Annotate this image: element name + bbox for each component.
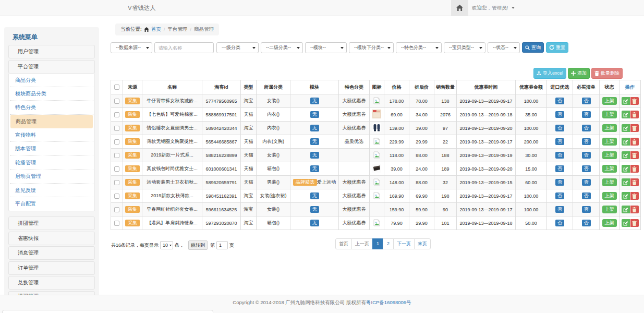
row-checkbox[interactable]: [114, 99, 119, 104]
sidebar-item[interactable]: 宣传物料: [10, 128, 93, 142]
row-checkbox-cell: [111, 203, 123, 216]
module-sub-select[interactable]: --模块下分类--: [349, 42, 394, 53]
sidebar-group-4[interactable]: 省惠快报: [8, 232, 95, 245]
row-checkbox[interactable]: [114, 139, 119, 145]
status-badge: 上架: [602, 192, 617, 200]
jump-button[interactable]: 跳转到: [188, 240, 208, 250]
column-header: 优惠券时间: [457, 80, 516, 94]
sidebar-group-7[interactable]: 兑换管理: [8, 276, 95, 290]
source-cell: 采集: [123, 122, 142, 135]
delete-button[interactable]: [630, 206, 639, 213]
column-header: 销售数量: [434, 80, 457, 94]
import-select-cell: 否: [547, 189, 573, 203]
sidebar-item[interactable]: 意见反馈: [10, 184, 93, 197]
sidebar-item-active[interactable]: 商品管理: [10, 115, 93, 128]
sidebar-group-2[interactable]: 平台管理: [8, 60, 95, 74]
category-cell: 女装(): [257, 203, 290, 216]
edit-icon: [623, 153, 628, 158]
source-badge: 采集: [125, 179, 140, 186]
edit-button[interactable]: [622, 138, 630, 146]
data-source-select[interactable]: --数据来源--: [111, 42, 152, 53]
feature-cell: 大额优惠券: [339, 189, 370, 203]
edit-button[interactable]: [622, 124, 630, 132]
edit-button[interactable]: [622, 219, 630, 227]
user-menu[interactable]: 欢迎您，管理员!: [472, 0, 515, 16]
pager-page-1[interactable]: 1: [372, 238, 383, 249]
row-checkbox[interactable]: [114, 166, 119, 172]
page-size-select[interactable]: 10: [160, 241, 173, 249]
category-cell: 内衣(): [257, 122, 290, 135]
delete-button[interactable]: [630, 178, 639, 186]
edit-button[interactable]: [622, 111, 630, 118]
delete-button[interactable]: [630, 192, 639, 200]
sidebar-item[interactable]: 启动页管理: [10, 170, 93, 183]
column-header: 进口优选: [547, 80, 573, 94]
sidebar-group-3[interactable]: 拼团管理: [8, 216, 95, 230]
discount-cell: 69.90: [409, 189, 434, 203]
feature-category-select[interactable]: --特色分类--: [396, 42, 442, 53]
level1-category-select[interactable]: 一级分类: [216, 42, 259, 53]
nav-home-button[interactable]: [451, 0, 468, 16]
module-select[interactable]: --模块--: [305, 42, 347, 53]
import-excel-button[interactable]: 导入excel: [533, 68, 566, 79]
delete-button[interactable]: [630, 138, 639, 146]
column-header: 图标: [370, 80, 384, 94]
home-icon: [144, 27, 149, 32]
icp-link[interactable]: 粤ICP备16098006号: [366, 299, 411, 305]
delete-button[interactable]: [630, 124, 639, 132]
operation-cell: [619, 122, 641, 135]
sidebar-group-1[interactable]: 用户管理: [8, 45, 95, 58]
sidebar-item[interactable]: 版本管理: [10, 142, 93, 155]
sidebar-item[interactable]: 轮播管理: [10, 156, 93, 170]
edit-button[interactable]: [622, 206, 630, 213]
row-checkbox[interactable]: [114, 194, 119, 199]
row-checkbox[interactable]: [114, 221, 119, 226]
level2-category-select[interactable]: --二级分类--: [261, 42, 303, 53]
row-checkbox[interactable]: [114, 126, 119, 131]
batch-delete-button[interactable]: 批量删除: [591, 68, 623, 79]
edit-button[interactable]: [622, 165, 630, 173]
sidebar-group-6[interactable]: 订单管理: [8, 261, 95, 275]
delete-button[interactable]: [630, 97, 639, 105]
category-cell: 内衣(): [257, 108, 290, 122]
sidebar-group-5[interactable]: 消息管理: [8, 246, 95, 260]
edit-button[interactable]: [622, 151, 630, 159]
coupon-amount-cell: 100.00: [516, 94, 547, 108]
search-button[interactable]: 查询: [522, 42, 544, 53]
delete-button[interactable]: [630, 219, 639, 227]
delete-button[interactable]: [630, 111, 639, 118]
edit-button[interactable]: [622, 97, 630, 105]
trash-icon: [632, 139, 637, 145]
row-checkbox[interactable]: [114, 112, 119, 117]
row-checkbox[interactable]: [114, 153, 119, 158]
edit-button[interactable]: [622, 178, 630, 186]
delete-button[interactable]: [630, 165, 639, 173]
import-select-badge: 否: [555, 111, 564, 118]
taoke-id-cell: 601000601341: [202, 162, 241, 176]
sidebar-item[interactable]: 平台配置: [10, 197, 93, 211]
pager-prev[interactable]: 上一页: [351, 238, 373, 249]
status-select[interactable]: --状态--: [488, 42, 520, 53]
reset-button[interactable]: 重置: [546, 42, 568, 53]
sidebar-item[interactable]: 特色分类: [10, 101, 93, 114]
add-button[interactable]: 添加: [568, 68, 590, 79]
jump-page-input[interactable]: 1: [216, 241, 228, 249]
breadcrumb-label: 当前位置:: [120, 26, 142, 33]
pager-first[interactable]: 首页: [335, 238, 352, 249]
pager-page-2[interactable]: 2: [383, 238, 394, 249]
pager-next[interactable]: 下一页: [393, 238, 415, 249]
pager-last[interactable]: 末页: [414, 238, 431, 249]
breadcrumb-home-link[interactable]: 首页: [151, 26, 161, 33]
row-checkbox[interactable]: [114, 207, 119, 212]
row-checkbox[interactable]: [114, 180, 119, 185]
select-all-checkbox[interactable]: [114, 85, 119, 90]
item-type-select[interactable]: --宝贝类型--: [444, 42, 485, 53]
edit-button[interactable]: [622, 192, 630, 200]
sidebar-item[interactable]: 商品分类: [10, 74, 93, 87]
sidebar-item[interactable]: 模块商品分类: [10, 87, 93, 101]
name-input[interactable]: [155, 43, 213, 53]
trash-icon: [632, 194, 637, 199]
delete-button[interactable]: [630, 151, 639, 159]
discount-cell: 88.00: [409, 149, 434, 162]
trash-icon: [632, 207, 637, 212]
